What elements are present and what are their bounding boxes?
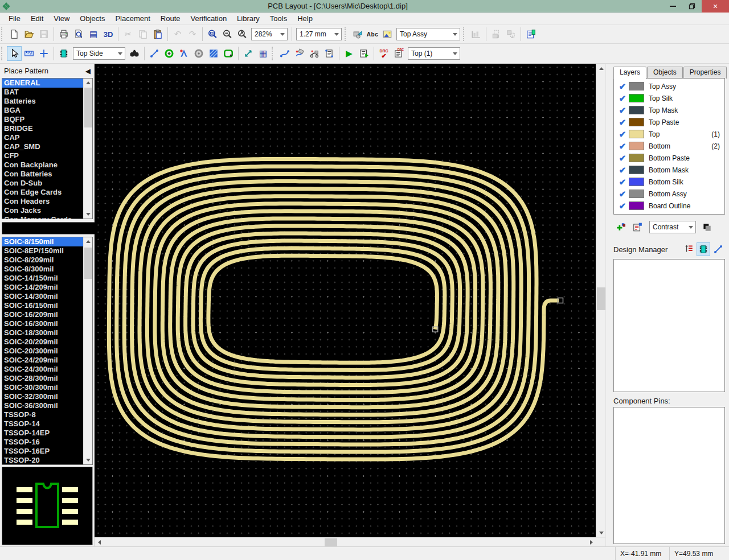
pattern-list-item[interactable]: SOIC-36/300mil: [2, 401, 83, 410]
pattern-list-item[interactable]: SOIC-8EP/150mil: [2, 246, 83, 256]
toolbar-grip[interactable]: [1, 47, 6, 60]
category-list-item[interactable]: Con Headers: [2, 197, 83, 206]
category-list-item[interactable]: BQFP: [2, 115, 83, 124]
paste-icon[interactable]: [150, 27, 165, 42]
category-list-item[interactable]: Con Batteries: [2, 170, 83, 179]
table-icon[interactable]: ▦: [256, 46, 271, 61]
scroll-down-icon[interactable]: [84, 210, 93, 219]
layer-visible-checkbox[interactable]: ✔: [616, 201, 629, 211]
layer-visible-checkbox[interactable]: ✔: [616, 166, 629, 175]
toolbar-grip[interactable]: [1, 27, 6, 41]
zoom-extents-icon[interactable]: [235, 27, 249, 42]
layer-color-swatch[interactable]: [629, 142, 644, 150]
toolbar-grip[interactable]: [463, 27, 468, 41]
category-list-item[interactable]: GENERAL: [2, 79, 83, 88]
open-file-icon[interactable]: [22, 27, 36, 42]
drc-setup-icon[interactable]: DRC: [391, 46, 406, 61]
layer-row[interactable]: ✔ Top Mask: [615, 104, 723, 116]
chevron-down-icon[interactable]: [115, 48, 125, 59]
layer-visible-checkbox[interactable]: ✔: [616, 118, 629, 127]
pattern-list-item[interactable]: SOIC-14/209mil: [2, 283, 83, 292]
titles-sheet-icon[interactable]: ▤: [86, 27, 101, 42]
pattern-properties-icon[interactable]: [523, 27, 538, 42]
pattern-list-item[interactable]: SOIC-30/300mil: [2, 383, 83, 392]
undo-icon[interactable]: ↶: [170, 27, 185, 42]
run-autorouter-icon[interactable]: ▶: [342, 46, 357, 61]
layer-row[interactable]: ✔ Top (1): [615, 128, 723, 140]
menu-route[interactable]: Route: [155, 13, 186, 24]
scrollbar-thumb[interactable]: [325, 538, 337, 546]
route-manual-icon[interactable]: [277, 46, 292, 61]
place-copper-text-icon[interactable]: [177, 46, 191, 61]
canvas-hscrollbar[interactable]: [95, 537, 605, 546]
layer-color-swatch[interactable]: [629, 190, 644, 198]
print-icon[interactable]: [56, 27, 71, 42]
layer-color-swatch[interactable]: [629, 201, 644, 210]
menu-tools[interactable]: Tools: [265, 13, 292, 24]
pattern-category-list[interactable]: GENERALBATBatteriesBGABQFPBRIDGECAPCAP_S…: [2, 79, 83, 219]
pattern-list-item[interactable]: SOIC-16/209mil: [2, 310, 83, 319]
net-sort-icon[interactable]: [682, 242, 695, 256]
pattern-list-item[interactable]: TSSOP-14EP: [2, 429, 83, 438]
layer-row[interactable]: ✔ Board Outline: [615, 200, 723, 212]
pattern-list-item[interactable]: SOIC-20/209mil: [2, 337, 83, 347]
pattern-list-item[interactable]: SOIC-14/150mil: [2, 274, 83, 283]
chevron-down-icon[interactable]: [331, 28, 341, 40]
category-list-scrollbar[interactable]: [83, 79, 92, 219]
find-component-icon[interactable]: [127, 46, 142, 61]
scroll-left-icon[interactable]: [95, 538, 104, 547]
components-filter-icon[interactable]: [697, 242, 710, 256]
scroll-up-icon[interactable]: [596, 64, 606, 73]
layer-color-swatch[interactable]: [629, 130, 644, 138]
pattern-list-item[interactable]: TSSOP-16: [2, 438, 83, 447]
layer-row[interactable]: ✔ Top Paste: [615, 116, 723, 128]
view-3d-icon[interactable]: 3D: [101, 27, 116, 42]
pattern-list-item[interactable]: SOIC-20/300mil: [2, 347, 83, 356]
pcb-canvas[interactable]: [95, 64, 596, 537]
update-pattern-icon[interactable]: [489, 27, 503, 42]
design-manager-list[interactable]: [613, 259, 725, 392]
unroute-net-icon[interactable]: [307, 46, 322, 61]
canvas-vscrollbar[interactable]: [596, 64, 605, 537]
chevron-down-icon[interactable]: [686, 221, 695, 233]
tab-properties[interactable]: Properties: [683, 67, 727, 79]
pointer-tool[interactable]: [7, 46, 22, 61]
autorouter-setup-icon[interactable]: [357, 46, 371, 61]
menu-help[interactable]: Help: [292, 13, 318, 24]
layer-visible-checkbox[interactable]: ✔: [616, 190, 629, 199]
grid-size-select[interactable]: 1.27 mm: [296, 28, 342, 40]
category-list-item[interactable]: Con Backplane: [2, 160, 83, 170]
layer-row[interactable]: ✔ Top Assy: [615, 80, 723, 92]
category-list-item[interactable]: CAP: [2, 133, 83, 142]
layer-color-swatch[interactable]: [629, 106, 644, 114]
layer-color-swatch[interactable]: [629, 154, 644, 162]
copper-pour-icon[interactable]: [206, 46, 221, 61]
layer-color-swatch[interactable]: [629, 94, 644, 102]
zoom-level-select[interactable]: 282%: [251, 28, 288, 40]
place-picture-icon[interactable]: [380, 27, 395, 42]
layer-setup-icon[interactable]: [630, 220, 644, 234]
category-list-item[interactable]: Con Jacks: [2, 206, 83, 215]
draw-figures-icon[interactable]: [350, 27, 365, 42]
pattern-list-item[interactable]: SOIC-8/209mil: [2, 256, 83, 265]
menu-file[interactable]: File: [3, 13, 26, 24]
pattern-list-item[interactable]: SOIC-32/300mil: [2, 392, 83, 401]
layer-display-icon[interactable]: [700, 220, 714, 234]
route-setup-icon[interactable]: [322, 46, 337, 61]
menu-verification[interactable]: Verification: [186, 13, 232, 24]
route-layer-select[interactable]: Top (1): [408, 47, 460, 60]
panel-splitter[interactable]: [605, 64, 610, 546]
collapse-panel-icon[interactable]: ◀: [85, 67, 91, 75]
layer-row[interactable]: ✔ Bottom Paste: [615, 152, 723, 164]
redo-icon[interactable]: ↷: [185, 27, 200, 42]
print-preview-icon[interactable]: [71, 27, 86, 42]
scrollbar-thumb[interactable]: [84, 88, 92, 127]
category-list-item[interactable]: Con D-Sub: [2, 179, 83, 188]
tab-objects[interactable]: Objects: [647, 67, 683, 79]
minimize-button[interactable]: [663, 0, 682, 13]
new-file-icon[interactable]: [7, 27, 22, 42]
layer-row[interactable]: ✔ Bottom Silk: [615, 176, 723, 188]
layer-color-swatch[interactable]: [629, 166, 644, 174]
component-pins-list[interactable]: [613, 407, 725, 544]
scroll-right-icon[interactable]: [587, 538, 596, 547]
